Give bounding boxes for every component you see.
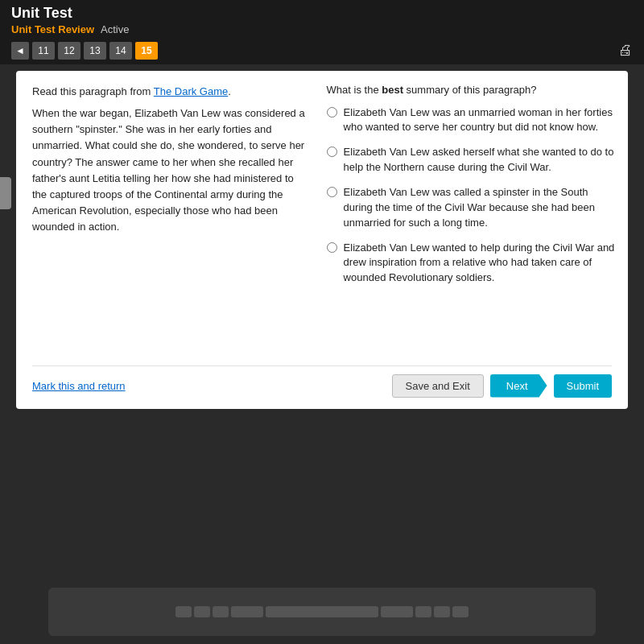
mark-return-button[interactable]: Mark this and return — [32, 380, 126, 392]
question-prompt-end: summary of this paragraph? — [403, 84, 536, 96]
key — [213, 606, 229, 617]
answer-option-c[interactable]: Elizabeth Van Lew was called a spinster … — [327, 185, 617, 231]
radio-c[interactable] — [327, 187, 337, 197]
key — [434, 606, 450, 617]
nav-tab-15[interactable]: 15 — [135, 42, 158, 60]
next-button[interactable]: Next — [490, 374, 547, 398]
key — [194, 606, 210, 617]
answer-text-b: Elizabeth Van Lew asked herself what she… — [344, 145, 617, 175]
subtitle-row: Unit Test Review Active — [11, 23, 633, 35]
key — [175, 606, 192, 617]
key — [452, 606, 469, 617]
spacebar-key — [266, 606, 378, 617]
radio-d[interactable] — [327, 242, 337, 253]
question-prompt-prefix: What is the — [327, 84, 382, 96]
footer-row: Mark this and return Save and Exit Next … — [32, 365, 612, 398]
answer-text-d: Elizabeth Van Lew wanted to help during … — [344, 241, 617, 287]
app-title: Unit Test — [11, 5, 633, 23]
status-badge: Active — [101, 23, 129, 35]
answer-option-b[interactable]: Elizabeth Van Lew asked herself what she… — [327, 145, 617, 175]
passage-prompt: Read this paragraph from The Dark Game. — [32, 84, 311, 100]
question-nav-row: ◄ 11 12 13 14 15 🖨 — [0, 39, 644, 64]
passage-panel: Read this paragraph from The Dark Game. … — [32, 84, 311, 354]
submit-button[interactable]: Submit — [554, 374, 612, 398]
keyboard — [48, 588, 596, 636]
passage-prompt-suffix: . — [228, 85, 231, 97]
bottom-area — [0, 415, 644, 644]
passage-prompt-prefix: Read this paragraph from — [32, 85, 154, 97]
left-sidebar-tab[interactable] — [0, 177, 11, 209]
content-body: Read this paragraph from The Dark Game. … — [32, 84, 612, 354]
app-header: Unit Test Unit Test Review Active — [0, 0, 644, 39]
answer-text-c: Elizabeth Van Lew was called a spinster … — [344, 185, 617, 231]
footer-buttons: Save and Exit Next Submit — [392, 374, 612, 398]
question-prompt-bold: best — [382, 84, 403, 96]
save-exit-button[interactable]: Save and Exit — [392, 374, 484, 398]
answer-text-a: Elizabeth Van Lew was an unmarried woman… — [344, 105, 617, 136]
question-panel: What is the best summary of this paragra… — [327, 84, 617, 354]
radio-a[interactable] — [327, 107, 337, 118]
review-label: Unit Test Review — [11, 23, 94, 35]
book-title-link[interactable]: The Dark Game — [154, 85, 228, 97]
answer-option-a[interactable]: Elizabeth Van Lew was an unmarried woman… — [327, 105, 617, 136]
print-icon[interactable]: 🖨 — [618, 42, 633, 59]
passage-text: When the war began, Elizabeth Van Lew wa… — [32, 105, 311, 235]
nav-tab-14[interactable]: 14 — [109, 42, 132, 60]
nav-tab-12[interactable]: 12 — [58, 42, 80, 60]
radio-b[interactable] — [327, 147, 337, 157]
key — [381, 606, 413, 617]
key — [415, 606, 431, 617]
nav-tab-13[interactable]: 13 — [84, 42, 106, 60]
key — [231, 606, 263, 617]
answer-option-d[interactable]: Elizabeth Van Lew wanted to help during … — [327, 241, 617, 287]
prev-arrow-button[interactable]: ◄ — [11, 42, 29, 60]
question-prompt: What is the best summary of this paragra… — [327, 84, 617, 96]
nav-tab-11[interactable]: 11 — [32, 42, 55, 60]
content-card: Read this paragraph from The Dark Game. … — [16, 71, 628, 409]
